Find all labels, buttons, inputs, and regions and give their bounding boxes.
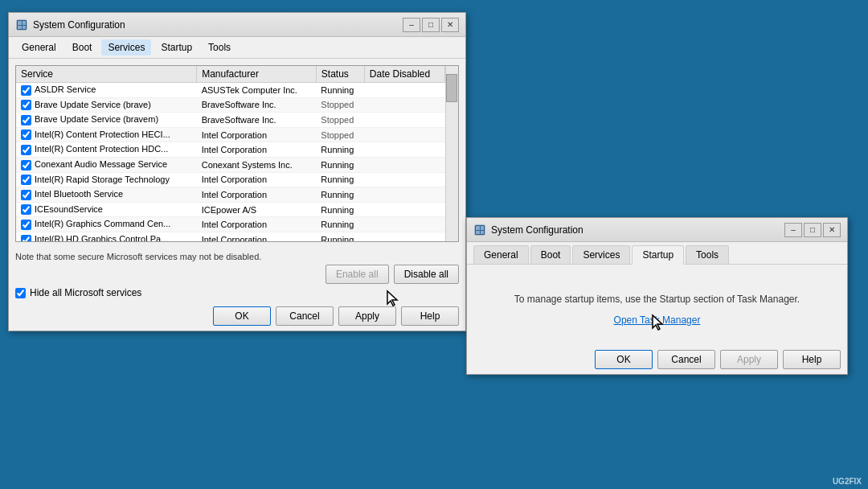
service-checkbox[interactable] — [21, 235, 31, 242]
service-date — [364, 172, 444, 187]
help-button-2[interactable]: Help — [783, 350, 841, 369]
service-status: Running — [316, 157, 364, 172]
btn-row-1: OK Cancel Apply Help — [9, 302, 465, 331]
minimize-button-2[interactable]: – — [784, 223, 802, 237]
maximize-button-1[interactable]: □ — [422, 18, 440, 32]
service-name-text: Intel(R) HD Graphics Control Pa... — [35, 234, 168, 242]
service-manufacturer: Conexant Systems Inc. — [197, 157, 317, 172]
table-row: Intel(R) Rapid Storage TechnologyIntel C… — [16, 172, 445, 187]
service-checkbox[interactable] — [21, 220, 31, 230]
minimize-button-1[interactable]: – — [403, 18, 420, 32]
service-date — [364, 97, 444, 113]
table-row: Intel(R) Content Protection HECI...Intel… — [16, 127, 445, 142]
service-name-cell: Intel(R) HD Graphics Control Pa... — [16, 232, 197, 242]
tab-tools-2[interactable]: Tools — [686, 245, 729, 264]
service-date — [364, 142, 444, 158]
bottom-area: Hide all Microsoft services — [9, 284, 465, 302]
scrollbar-track[interactable] — [445, 66, 458, 242]
svg-rect-9 — [476, 231, 480, 234]
disable-all-button[interactable]: Disable all — [394, 265, 459, 284]
btn-row-2: OK Cancel Apply Help — [467, 345, 847, 374]
ok-button-2[interactable]: OK — [595, 350, 653, 369]
service-name-cell: Brave Update Service (brave) — [16, 97, 197, 113]
cancel-button-1[interactable]: Cancel — [276, 306, 334, 326]
hide-microsoft-checkbox[interactable] — [15, 288, 26, 298]
tab-startup-2[interactable]: Startup — [632, 245, 684, 265]
help-button-1[interactable]: Help — [401, 306, 459, 326]
table-row: Intel Bluetooth ServiceIntel Corporation… — [16, 187, 445, 203]
service-status: Running — [316, 172, 364, 187]
service-status: Running — [316, 202, 364, 217]
menu-boot[interactable]: Boot — [66, 39, 99, 55]
services-container: Service Manufacturer Status Date Disable… — [9, 59, 465, 249]
tab-services-2[interactable]: Services — [572, 245, 630, 264]
table-row: Brave Update Service (bravem)BraveSoftwa… — [16, 113, 445, 128]
service-manufacturer: BraveSoftware Inc. — [197, 113, 317, 128]
services-table-wrapper: Service Manufacturer Status Date Disable… — [15, 65, 459, 242]
service-checkbox[interactable] — [21, 204, 31, 215]
svg-rect-4 — [23, 26, 26, 29]
service-name-text: ICEsoundService — [35, 204, 103, 214]
service-name-text: Intel(R) Content Protection HDC... — [35, 144, 168, 154]
watermark: UG2FIX — [833, 477, 862, 486]
service-status: Stopped — [316, 97, 364, 113]
system-config-window-2: System Configuration – □ ✕ General Boot … — [466, 217, 848, 375]
apply-button-1[interactable]: Apply — [338, 306, 396, 326]
title-bar-1: System Configuration – □ ✕ — [9, 13, 465, 37]
svg-rect-3 — [18, 26, 22, 29]
services-scroll-area[interactable]: Service Manufacturer Status Date Disable… — [16, 66, 445, 242]
title-text-1: System Configuration — [33, 19, 125, 31]
w2-content: To manage startup items, use the Startup… — [467, 265, 847, 345]
tab-bar-2: General Boot Services Startup Tools — [467, 242, 847, 265]
col-service[interactable]: Service — [16, 66, 197, 83]
menu-general[interactable]: General — [15, 39, 63, 55]
service-date — [364, 157, 444, 172]
window-icon-2 — [473, 224, 486, 236]
enable-disable-row: Enable all Disable all — [9, 263, 465, 284]
service-checkbox[interactable] — [21, 175, 31, 185]
service-checkbox[interactable] — [21, 145, 31, 155]
apply-button-2[interactable]: Apply — [720, 350, 778, 369]
table-row: Brave Update Service (brave)BraveSoftwar… — [16, 97, 445, 113]
service-name-text: Brave Update Service (brave) — [35, 100, 151, 109]
cancel-button-2[interactable]: Cancel — [657, 350, 715, 369]
service-name-cell: ASLDR Service — [16, 83, 197, 98]
service-date — [364, 127, 444, 142]
scrollbar-thumb[interactable] — [446, 74, 457, 102]
enable-all-button[interactable]: Enable all — [326, 265, 389, 284]
service-checkbox[interactable] — [21, 160, 31, 171]
service-date — [364, 217, 444, 232]
col-status[interactable]: Status — [316, 66, 364, 83]
tab-general-2[interactable]: General — [473, 245, 529, 264]
service-checkbox[interactable] — [21, 85, 31, 96]
menu-tools[interactable]: Tools — [202, 39, 237, 55]
service-status: Stopped — [316, 127, 364, 142]
service-manufacturer: ICEpower A/S — [197, 202, 317, 217]
table-row: Conexant Audio Message ServiceConexant S… — [16, 157, 445, 172]
service-manufacturer: BraveSoftware Inc. — [197, 97, 317, 113]
service-name-text: Conexant Audio Message Service — [35, 159, 167, 169]
col-date[interactable]: Date Disabled — [364, 66, 444, 83]
service-name-cell: Brave Update Service (bravem) — [16, 113, 197, 128]
table-row: ASLDR ServiceASUSTek Computer Inc.Runnin… — [16, 83, 445, 98]
close-button-1[interactable]: ✕ — [441, 18, 459, 32]
service-status: Running — [316, 142, 364, 158]
service-name-text: Intel(R) Rapid Storage Technology — [35, 175, 170, 184]
service-checkbox[interactable] — [21, 129, 31, 140]
service-name-cell: Intel(R) Rapid Storage Technology — [16, 172, 197, 187]
tab-boot-2[interactable]: Boot — [530, 245, 571, 264]
close-button-2[interactable]: ✕ — [823, 223, 841, 237]
service-checkbox[interactable] — [21, 190, 31, 200]
service-status: Stopped — [316, 113, 364, 128]
ok-button-1[interactable]: OK — [213, 306, 271, 326]
hide-microsoft-label[interactable]: Hide all Microsoft services — [15, 287, 141, 298]
col-manufacturer[interactable]: Manufacturer — [197, 66, 317, 83]
window-icon-1 — [15, 18, 28, 31]
service-checkbox[interactable] — [21, 100, 31, 110]
service-checkbox[interactable] — [21, 115, 31, 125]
menu-services[interactable]: Services — [101, 39, 151, 55]
open-task-manager-link[interactable]: Open Task Manager — [480, 311, 834, 329]
menu-startup[interactable]: Startup — [154, 39, 199, 55]
service-manufacturer: Intel Corporation — [197, 187, 317, 203]
maximize-button-2[interactable]: □ — [804, 223, 821, 237]
